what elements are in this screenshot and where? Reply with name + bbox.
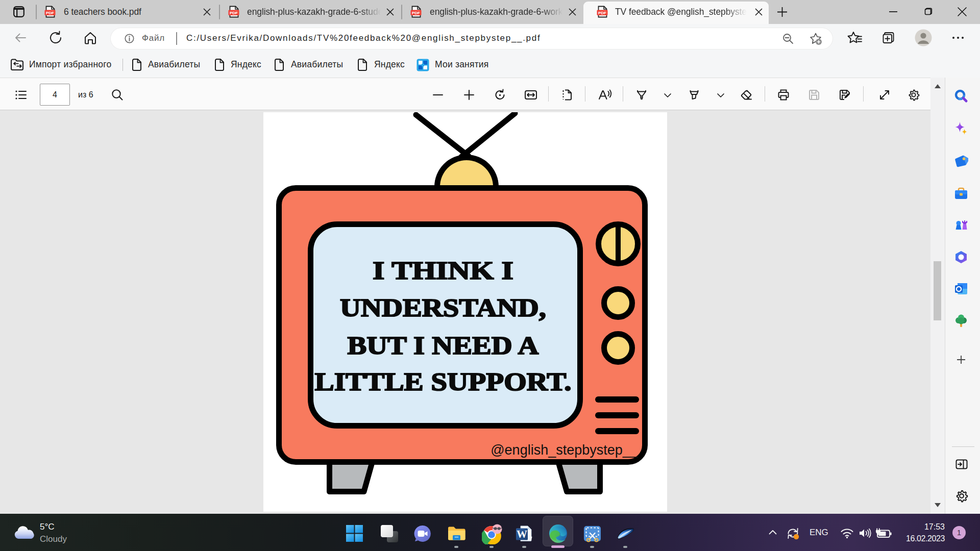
- svg-text:I THINK I: I THINK I: [373, 256, 513, 285]
- svg-text:@english_stepbystep__: @english_stepbystep__: [491, 442, 639, 458]
- svg-text:PDF: PDF: [230, 11, 238, 15]
- svg-text:LITTLE SUPPORT.: LITTLE SUPPORT.: [315, 367, 572, 396]
- svg-text:W: W: [517, 528, 527, 540]
- svg-text:PDF: PDF: [598, 11, 606, 15]
- svg-text:PDF: PDF: [46, 11, 54, 15]
- svg-text:PDF: PDF: [412, 11, 420, 15]
- svg-text:BUT I NEED A: BUT I NEED A: [348, 331, 539, 360]
- svg-text:UNDERSTAND,: UNDERSTAND,: [340, 293, 546, 322]
